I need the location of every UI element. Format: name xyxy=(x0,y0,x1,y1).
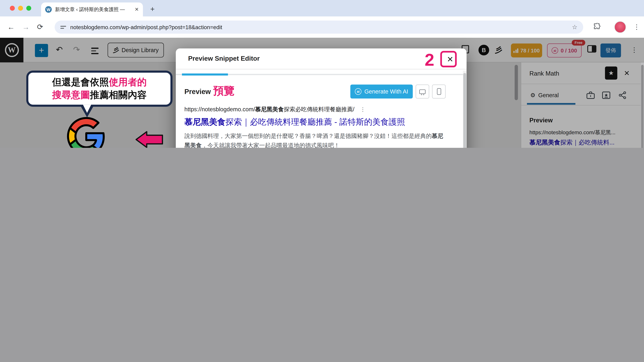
serp-description: 說到德國料理，大家第一個想到的是什麼呢？香腸？啤酒？還是德國豬腳？沒錯！這些都是… xyxy=(184,131,446,148)
forward-icon[interactable]: → xyxy=(22,23,30,31)
wordpress-favicon: W xyxy=(45,6,52,13)
editor-scrollbar-thumb[interactable] xyxy=(515,65,518,100)
browser-tab-strip: W 新增文章 ‹ 諾特斯的美食護照 — ✕ + xyxy=(0,0,644,16)
window-zoom-button[interactable] xyxy=(26,6,31,10)
browser-tab[interactable]: W 新增文章 ‹ 諾特斯的美食護照 — ✕ xyxy=(41,2,143,16)
generate-with-ai-button[interactable]: ai Generate With AI xyxy=(350,84,413,98)
step-2-annotation: 2 xyxy=(425,50,434,70)
ai-icon: ai xyxy=(355,88,362,95)
extensions-icon[interactable] xyxy=(593,23,601,31)
google-logo xyxy=(66,116,107,148)
tab-close-icon[interactable]: ✕ xyxy=(135,6,139,12)
address-bar[interactable]: notesblogdemo.com/wp-admin/post.php?post… xyxy=(55,20,583,33)
preview-zh-annotation: 預覽 xyxy=(213,84,234,98)
reload-icon[interactable]: ⟳ xyxy=(37,23,43,32)
pink-arrow-annotation xyxy=(135,131,163,148)
site-settings-icon[interactable] xyxy=(60,25,66,29)
close-highlight-annotation xyxy=(440,51,457,67)
preview-snippet-editor-modal: Preview Snippet Editor ✕ Preview ai Gene… xyxy=(176,48,466,148)
screen: W 新增文章 ‹ 諾特斯的美食護照 — ✕ + ← → ⟳ notesblogd… xyxy=(0,0,644,148)
url-text: notesblogdemo.com/wp-admin/post.php?post… xyxy=(70,24,222,30)
back-icon[interactable]: ← xyxy=(8,23,15,31)
modal-active-tab-indicator xyxy=(182,73,228,75)
new-tab-button[interactable]: + xyxy=(150,5,155,13)
desktop-icon xyxy=(419,89,426,94)
desktop-preview-button[interactable] xyxy=(416,84,429,98)
serp-url: https://notesblogdemo.com/慕尼黑美食探索必吃傳統料理餐… xyxy=(184,106,366,113)
window-close-button[interactable] xyxy=(10,6,15,10)
serp-title[interactable]: 慕尼黑美食探索｜必吃傳統料理餐廳推薦 - 諾特斯的美食護照 xyxy=(184,117,405,128)
window-minimize-button[interactable] xyxy=(18,6,23,10)
browser-menu-icon[interactable]: ⋮ xyxy=(633,23,640,31)
profile-avatar[interactable] xyxy=(614,21,626,33)
sidebar-scrollbar-thumb[interactable] xyxy=(641,65,644,148)
speech-bubble-annotation: 但還是會依照使用者的 搜尋意圖推薦相關內容 xyxy=(26,70,172,107)
mobile-preview-button[interactable] xyxy=(432,84,446,98)
mobile-icon xyxy=(437,88,441,95)
bookmark-star-icon[interactable]: ☆ xyxy=(572,23,578,31)
preview-label: Preview xyxy=(184,88,211,96)
modal-scrollbar-thumb[interactable] xyxy=(463,73,466,148)
tab-title: 新增文章 ‹ 諾特斯的美食護照 — xyxy=(55,6,131,13)
serp-kebab-icon: ⋮ xyxy=(360,106,366,112)
modal-title: Preview Snippet Editor xyxy=(188,55,260,62)
